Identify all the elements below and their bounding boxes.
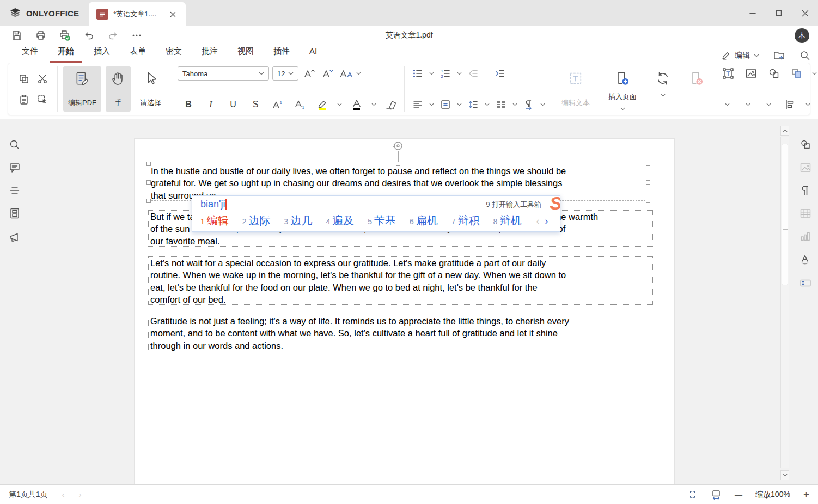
fit-width-button[interactable]	[711, 489, 722, 500]
resize-handle-ne[interactable]	[646, 162, 650, 166]
resize-handle-se[interactable]	[646, 199, 650, 203]
user-avatar[interactable]: 木	[795, 28, 809, 43]
sidebar-feedback-icon[interactable]	[8, 231, 22, 245]
line-spacing-button[interactable]	[466, 97, 481, 112]
underline-button[interactable]: U	[225, 97, 241, 112]
tab-file[interactable]: 文件	[14, 44, 46, 63]
resize-handle-nw[interactable]	[146, 162, 151, 166]
chevron-down-icon[interactable]	[429, 103, 434, 106]
zoom-level[interactable]: 缩放100%	[755, 490, 790, 500]
close-button[interactable]	[792, 0, 818, 26]
decrease-font-size-button[interactable]	[320, 66, 335, 81]
right-panel-textart-settings-icon[interactable]	[798, 253, 813, 267]
italic-button[interactable]: I	[203, 97, 218, 112]
subscript-button[interactable]: 1	[292, 97, 308, 112]
save-button[interactable]	[8, 28, 26, 43]
highlight-color-button[interactable]	[315, 97, 330, 112]
select-mode-button[interactable]: 请选择	[135, 66, 166, 112]
hand-tool-button[interactable]: 手	[106, 66, 131, 112]
undo-button[interactable]	[80, 28, 98, 43]
ime-next-page-icon[interactable]: ›	[545, 216, 548, 227]
chevron-down-icon[interactable]	[512, 103, 517, 106]
horizontal-align-button[interactable]	[410, 97, 425, 112]
chevron-down-icon[interactable]	[371, 103, 376, 106]
vertical-align-button[interactable]	[438, 97, 453, 112]
tab-ai[interactable]: AI	[302, 44, 325, 63]
chevron-down-icon[interactable]	[429, 72, 434, 75]
font-color-button[interactable]	[349, 97, 364, 112]
align-objects-button[interactable]	[783, 97, 798, 112]
previous-page-button[interactable]: ‹	[62, 490, 65, 499]
chevron-down-icon[interactable]	[485, 103, 490, 106]
rotation-handle[interactable]	[393, 140, 404, 151]
tab-forms[interactable]: 表单	[122, 44, 154, 63]
more-actions-button[interactable]	[127, 28, 146, 43]
rotate-page-button[interactable]	[650, 66, 675, 112]
resize-handle-e[interactable]	[646, 180, 650, 185]
quick-print-button[interactable]	[56, 28, 74, 43]
chevron-down-icon[interactable]	[766, 103, 771, 106]
maximize-button[interactable]	[766, 0, 792, 26]
ime-candidate-7[interactable]: 7辩积	[451, 213, 480, 228]
sidebar-headings-icon[interactable]	[8, 183, 22, 198]
cut-button[interactable]	[35, 72, 50, 86]
tab-redaction[interactable]: 密文	[158, 44, 190, 63]
ime-candidate-3[interactable]: 3边几	[284, 213, 313, 228]
superscript-button[interactable]: 1	[270, 97, 285, 112]
chevron-down-icon[interactable]	[812, 72, 817, 75]
scrollbar-thumb[interactable]	[782, 144, 788, 285]
insert-shape-button[interactable]	[766, 66, 782, 81]
increase-indent-button[interactable]	[492, 66, 508, 81]
ime-toolbox-hint[interactable]: 9 打开输入工具箱	[486, 200, 541, 210]
clear-formatting-button[interactable]	[383, 97, 399, 112]
copy-button[interactable]	[16, 72, 32, 86]
tab-home[interactable]: 开始	[50, 44, 82, 63]
change-case-button[interactable]	[339, 66, 362, 81]
ime-candidate-6[interactable]: 6扁机	[410, 213, 438, 228]
ime-candidate-5[interactable]: 5苄基	[368, 213, 396, 228]
tab-comment[interactable]: 批注	[194, 44, 225, 63]
print-button[interactable]	[32, 28, 50, 43]
paragraph-direction-button[interactable]	[521, 97, 536, 112]
tab-view[interactable]: 视图	[230, 44, 261, 63]
tab-insert[interactable]: 插入	[86, 44, 118, 63]
redo-button[interactable]	[103, 28, 122, 43]
sidebar-comments-icon[interactable]	[8, 161, 22, 175]
resize-handle-w[interactable]	[146, 180, 151, 185]
edit-pdf-button[interactable]: 编辑PDF	[63, 66, 101, 112]
font-size-select[interactable]: 12	[272, 66, 298, 81]
chevron-down-icon[interactable]	[457, 103, 462, 106]
tab-close-icon[interactable]	[168, 10, 178, 19]
text-box-4[interactable]: Gratitude is not just a feeling; it's a …	[148, 315, 656, 351]
right-panel-paragraph-settings-icon[interactable]	[798, 183, 813, 198]
increase-font-size-button[interactable]	[302, 66, 317, 81]
next-page-button[interactable]: ›	[79, 490, 82, 499]
decrease-indent-button[interactable]	[466, 66, 481, 81]
scroll-down-button[interactable]	[780, 470, 789, 480]
numbered-list-button[interactable]: 12	[438, 66, 453, 81]
vertical-scrollbar[interactable]	[780, 126, 789, 480]
select-tool-button[interactable]	[35, 93, 50, 107]
chevron-down-icon[interactable]	[540, 103, 545, 106]
chevron-down-icon[interactable]	[746, 103, 750, 106]
columns-button[interactable]	[493, 97, 509, 112]
resize-handle-sw[interactable]	[146, 199, 151, 203]
scrollbar-track[interactable]	[780, 137, 789, 468]
bullet-list-button[interactable]	[410, 66, 425, 81]
ime-candidate-8[interactable]: 8辩机	[493, 213, 522, 228]
open-file-location-button[interactable]	[773, 50, 785, 61]
edit-mode-selector[interactable]: 编辑	[721, 51, 759, 60]
text-box-3[interactable]: Let's not wait for a special occasion to…	[148, 256, 653, 305]
bold-button[interactable]: B	[181, 97, 196, 112]
arrange-shape-button[interactable]	[789, 66, 804, 81]
document-tab[interactable]: *英语文章1....	[89, 2, 186, 26]
tab-plugins[interactable]: 插件	[266, 44, 297, 63]
zoom-out-button[interactable]: —	[735, 491, 742, 499]
insert-image-button[interactable]	[743, 66, 759, 81]
insert-page-button[interactable]: 插入页面	[603, 66, 642, 112]
ime-prev-page-icon[interactable]: ‹	[536, 216, 539, 227]
chevron-down-icon[interactable]	[725, 103, 730, 106]
minimize-button[interactable]	[740, 0, 766, 26]
resize-handle-n[interactable]	[396, 162, 400, 166]
ime-candidate-4[interactable]: 4遍及	[326, 213, 354, 228]
